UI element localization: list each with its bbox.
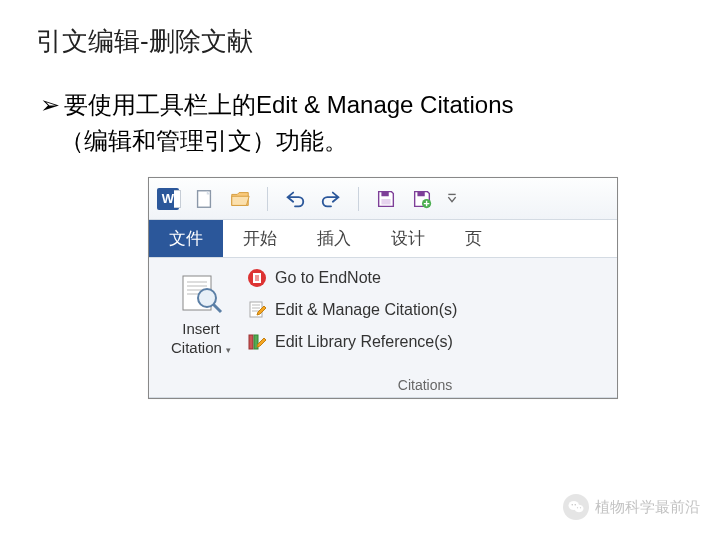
save-as-icon[interactable] (411, 188, 433, 210)
svg-rect-3 (417, 191, 424, 196)
edit-library-references-button[interactable]: Edit Library Reference(s) (243, 330, 607, 354)
wechat-icon (563, 494, 589, 520)
svg-point-26 (572, 504, 574, 506)
dropdown-arrow-icon: ▾ (226, 345, 231, 355)
edit-manage-citations-button[interactable]: Edit & Manage Citation(s) (243, 298, 607, 322)
go-to-endnote-label: Go to EndNote (275, 269, 381, 287)
tab-insert[interactable]: 插入 (297, 220, 371, 257)
endnote-icon (247, 268, 267, 288)
watermark-text: 植物科学最前沿 (595, 498, 700, 517)
insert-citation-label-2: Citation (171, 339, 222, 356)
save-icon[interactable] (375, 188, 397, 210)
qat-dropdown-icon[interactable] (447, 188, 457, 210)
svg-point-27 (575, 504, 577, 506)
watermark: 植物科学最前沿 (563, 494, 700, 520)
tab-page[interactable]: 页 (445, 220, 502, 257)
svg-point-28 (577, 507, 578, 508)
svg-point-29 (580, 507, 581, 508)
tab-file[interactable]: 文件 (149, 220, 223, 257)
svg-rect-22 (249, 335, 253, 349)
tab-home[interactable]: 开始 (223, 220, 297, 257)
insert-citation-group: Insert Citation ▾ (159, 266, 243, 393)
bullet-text: ➢要使用工具栏上的Edit & Manage Citations （编辑和管理引… (0, 59, 720, 159)
citations-commands: Go to EndNote Edit & Manage Citation(s) … (243, 266, 607, 354)
bullet-line1: 要使用工具栏上的Edit & Manage Citations (64, 91, 513, 118)
word-app-icon: W (157, 188, 179, 210)
edit-library-icon (247, 332, 267, 352)
ribbon-body: Insert Citation ▾ Go to EndNote Edit & M… (149, 258, 617, 398)
go-to-endnote-button[interactable]: Go to EndNote (243, 266, 607, 290)
svg-rect-1 (381, 191, 388, 196)
edit-manage-label: Edit & Manage Citation(s) (275, 301, 457, 319)
tab-design[interactable]: 设计 (371, 220, 445, 257)
bullet-marker: ➢ (40, 91, 60, 118)
slide-title: 引文编辑-删除文献 (0, 0, 720, 59)
svg-line-12 (213, 304, 221, 312)
ribbon-tabs: 文件 开始 插入 设计 页 (149, 220, 617, 258)
bullet-line2: （编辑和管理引文）功能。 (60, 127, 348, 154)
undo-icon[interactable] (284, 188, 306, 210)
ribbon-group-label: Citations (243, 371, 607, 393)
open-folder-icon[interactable] (229, 188, 251, 210)
insert-citation-icon (177, 270, 225, 318)
edit-library-label: Edit Library Reference(s) (275, 333, 453, 351)
word-screenshot: W 文件 开始 插入 设计 页 Insert (148, 177, 618, 399)
insert-citation-button[interactable]: Insert Citation ▾ (167, 266, 235, 360)
edit-citation-icon (247, 300, 267, 320)
quick-access-toolbar: W (149, 178, 617, 220)
insert-citation-label-1: Insert (182, 320, 220, 337)
svg-point-25 (575, 505, 584, 513)
redo-icon[interactable] (320, 188, 342, 210)
svg-rect-2 (381, 199, 390, 205)
qat-separator (267, 187, 268, 211)
qat-separator (358, 187, 359, 211)
new-doc-icon[interactable] (193, 188, 215, 210)
